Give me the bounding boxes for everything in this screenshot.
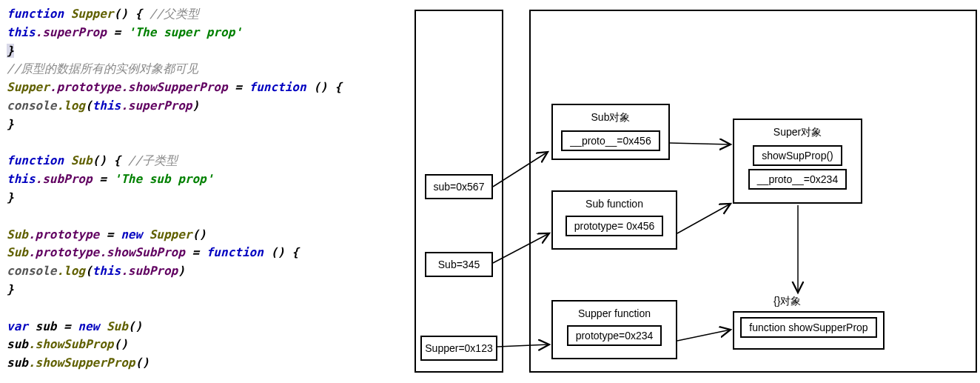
brace: }: [7, 282, 14, 296]
obj: console: [7, 264, 56, 278]
box-title: Supper function: [578, 307, 651, 319]
var: sub: [7, 356, 28, 370]
brace: }: [7, 117, 14, 131]
op: =: [93, 172, 114, 186]
str: 'The super prop': [128, 25, 242, 39]
brace: }: [7, 44, 14, 58]
sub-object-box: Sub对象 __proto__=0x456: [551, 104, 670, 160]
label: Sub=345: [438, 259, 480, 270]
method: .log: [56, 264, 85, 278]
box-title: Sub对象: [591, 111, 631, 124]
p: ): [192, 99, 199, 113]
id: Sub: [7, 245, 28, 259]
kw: new: [78, 319, 99, 333]
prototype-slot: prototype=0x234: [567, 325, 662, 346]
kw: function: [7, 153, 64, 167]
p: (: [85, 264, 93, 278]
op: =: [99, 227, 121, 242]
kw: var: [7, 319, 28, 333]
code-pane: function Supper() { //父类型 this.superProp…: [4, 4, 407, 383]
comment: //原型的数据所有的实例对象都可见: [7, 61, 198, 76]
op: =: [228, 80, 249, 94]
fn-name: Sub: [71, 153, 93, 167]
p: (): [114, 337, 128, 351]
method: .log: [56, 99, 85, 113]
punct: () {: [114, 7, 143, 21]
fn-slot: function showSupperProp: [740, 317, 876, 338]
prop: .prototype: [28, 245, 99, 259]
p: (: [85, 99, 93, 113]
var: sub: [28, 319, 57, 333]
op: =: [56, 319, 78, 333]
punct: () {: [93, 153, 121, 167]
prop: .prototype: [28, 227, 99, 242]
prop: .prototype: [50, 80, 121, 94]
prop: .showSupperProp: [121, 80, 228, 94]
empty-object-box: function showSupperProp: [733, 311, 885, 350]
label: sub=0x567: [434, 181, 485, 193]
this: this: [93, 99, 121, 113]
id: Supper: [7, 80, 50, 94]
super-object-box: Super对象 showSupProp() __proto__=0x234: [733, 119, 862, 204]
id: Supper: [142, 227, 192, 242]
method: .showSupperProp: [28, 356, 135, 370]
proto-slot: __proto__=0x234: [748, 169, 847, 190]
this: this: [7, 25, 36, 39]
method: .showSubProp: [28, 337, 114, 351]
sub-function-box: Sub function prototype= 0x456: [551, 190, 677, 250]
p: (): [192, 227, 206, 242]
box-title: Sub function: [585, 198, 643, 210]
punct: () {: [264, 245, 299, 259]
label: Supper=0x123: [425, 342, 492, 354]
proto-slot: __proto__=0x456: [561, 130, 660, 151]
stack-sub: sub=0x567: [425, 174, 493, 199]
prop: .showSubProp: [99, 245, 185, 259]
kw: function: [7, 7, 64, 21]
p: (): [128, 319, 142, 333]
kw: function: [249, 80, 306, 94]
this: this: [7, 172, 36, 186]
obj: console: [7, 99, 56, 113]
this: this: [93, 264, 121, 278]
comment: //父类型: [150, 7, 199, 21]
fn-name: Supper: [71, 7, 114, 21]
method-slot: showSupProp(): [753, 145, 842, 166]
punct: () {: [306, 80, 342, 94]
str: 'The sub prop': [114, 172, 214, 186]
id: Sub: [7, 227, 28, 242]
kw: function: [207, 245, 264, 259]
prop: .subProp: [36, 172, 93, 186]
prop: .subProp: [121, 264, 178, 278]
prop: .superProp: [36, 25, 107, 39]
id: Sub: [99, 319, 128, 333]
p: ): [178, 264, 185, 278]
prototype-slot: prototype= 0x456: [565, 216, 664, 236]
prop: .superProp: [121, 99, 192, 113]
supper-function-box: Supper function prototype=0x234: [551, 300, 677, 359]
diagram-pane: sub=0x567 Sub=345 Supper=0x123 Sub对象 __p…: [407, 4, 980, 383]
stack-Supper: Supper=0x123: [420, 336, 497, 361]
stack-Sub: Sub=345: [425, 252, 493, 277]
box-title: Super对象: [773, 126, 822, 139]
comment: //子类型: [128, 153, 178, 167]
op: =: [185, 245, 207, 259]
op: =: [107, 25, 128, 39]
brace: }: [7, 190, 14, 204]
empty-object-label: {}对象: [773, 295, 801, 308]
var: sub: [7, 337, 28, 351]
p: (): [135, 356, 149, 370]
kw: new: [121, 227, 142, 242]
